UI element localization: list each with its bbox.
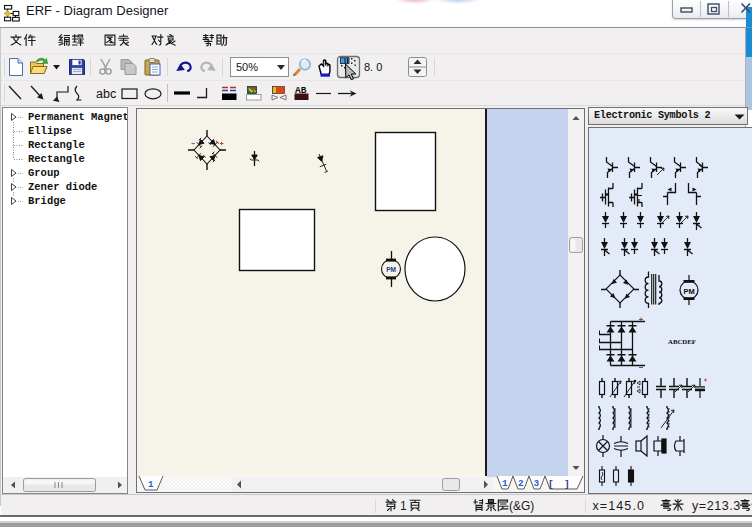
svg-text:[: [ [548,479,554,490]
svg-text:Ellipse: Ellipse [28,125,72,137]
svg-text:(&G): (&G) [509,499,534,513]
svg-text:]: ] [564,479,570,490]
svg-text:Permanent Magnet: Permanent Magnet [28,111,127,123]
svg-text:3: 3 [534,478,540,489]
svg-text:1: 1 [148,480,154,490]
svg-text:Zener diode: Zener diode [28,181,97,193]
svg-text:Group: Group [28,167,60,179]
svg-text:1: 1 [400,499,407,513]
svg-text:PM: PM [386,266,396,273]
svg-text:x=145.0: x=145.0 [593,499,646,513]
svg-text:Bridge: Bridge [28,195,66,207]
svg-text:50%: 50% [236,61,258,73]
svg-text:ABCDEF: ABCDEF [668,338,696,345]
svg-text:2: 2 [518,478,524,489]
svg-text:8. 0: 8. 0 [364,61,382,73]
svg-text:1: 1 [502,478,508,489]
svg-text:y=213.3: y=213.3 [692,499,741,513]
svg-text:PM: PM [683,287,694,296]
svg-text:Rectangle: Rectangle [28,153,85,165]
svg-text:Rectangle: Rectangle [28,139,85,151]
svg-text:abc: abc [96,87,116,101]
